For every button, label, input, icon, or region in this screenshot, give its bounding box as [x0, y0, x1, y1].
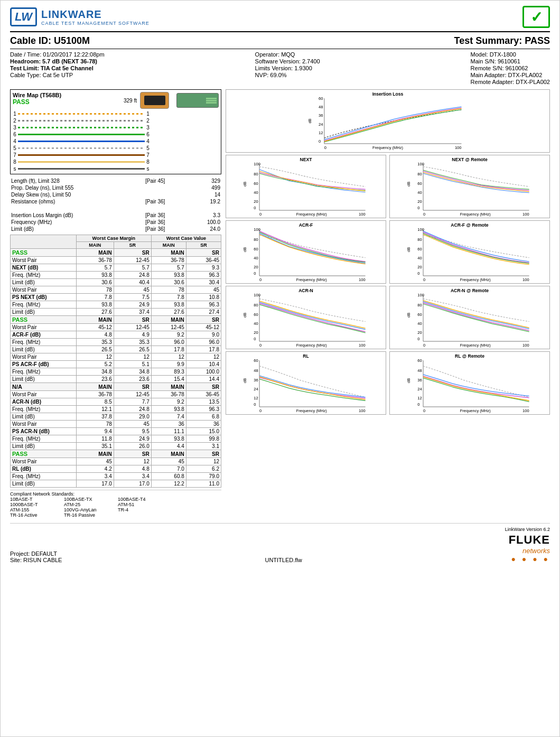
footer: Project: DEFAULT Site: RISUN CABLE UNTIT… — [10, 523, 550, 563]
header: LW LINKWARE CABLE TEST MANAGEMENT SOFTWA… — [10, 6, 550, 32]
header-main-1: MAIN — [76, 242, 114, 249]
rl-remote-chart: RL @ Remote dB 60 48 36 24 12 0 — [389, 351, 550, 415]
svg-text:60: 60 — [417, 358, 422, 363]
svg-text:100: 100 — [359, 343, 366, 348]
next-chart-row: NEXT dB 100 80 60 40 20 0 — [226, 155, 550, 218]
table-row: Freq. (MHz)3.43.460.879.0 — [11, 473, 221, 480]
svg-text:0: 0 — [417, 402, 419, 407]
info-datetime: Date / Time: 01/20/2017 12:22:08pm — [10, 51, 105, 58]
rl-chart-row: RL dB 60 48 36 24 12 0 — [226, 351, 550, 415]
std-10: 100VG-AnyLan — [64, 507, 114, 512]
svg-text:20: 20 — [254, 265, 258, 269]
std-6: ATM-25 — [64, 502, 114, 507]
acrf-chart-row: ACR-F dB 100 80 60 40 20 0 — [226, 220, 550, 284]
insertion-loss-svg: Insertion Loss dB 60 48 36 24 12 0 — [226, 90, 549, 152]
std-1: 10BASE-T — [10, 497, 60, 502]
wire-map-title: Wire Map (T568B) — [13, 92, 61, 98]
svg-text:36: 36 — [254, 378, 258, 383]
standards-section: Compliant Network Standards: 10BASE-T 10… — [10, 490, 221, 518]
info-col-right: Model: DTX-1800 Main S/N: 9610061 Remote… — [471, 51, 550, 85]
svg-text:0: 0 — [423, 343, 425, 348]
table-row: Freq. (MHz)93.824.893.896.3 — [11, 272, 221, 279]
status-cell-0: PASS — [11, 249, 77, 257]
svg-text:24: 24 — [319, 122, 323, 127]
next-remote-chart: NEXT @ Remote dB 100 80 60 40 20 0 — [389, 155, 550, 218]
logo-text: LINKWARE CABLE TEST MANAGEMENT SOFTWARE — [41, 8, 150, 26]
info-section: Date / Time: 01/20/2017 12:22:08pm Headr… — [10, 51, 550, 85]
fluke-networks-label: networks — [505, 547, 550, 555]
pass-checkmark: ✓ — [522, 6, 550, 28]
svg-text:0: 0 — [324, 145, 326, 150]
svg-text:12: 12 — [417, 396, 422, 400]
svg-text:60: 60 — [254, 247, 258, 251]
table-row: Worst Pair45124512 — [11, 458, 221, 465]
table-row: PS NEXT (dB)7.87.57.810.8 — [11, 294, 221, 301]
std-11: TR-4 — [118, 507, 167, 512]
standards-title: Compliant Network Standards: — [10, 491, 221, 497]
measurements-table: Length (ft), Limit 328[Pair 45]329 Prop.… — [10, 178, 221, 232]
std-2: 100BASE-TX — [64, 497, 114, 502]
svg-text:0: 0 — [417, 271, 419, 276]
table-row: Worst Pair36-7812-4536-7836-45 — [11, 257, 221, 264]
svg-text:0: 0 — [254, 271, 256, 276]
wire-diagram: 11 22 33 66 44 55 77 88 ss — [13, 111, 150, 172]
filename-label: UNTITLED.flw — [265, 557, 302, 563]
table-row: Freq. (MHz)35.335.396.096.0 — [11, 339, 221, 346]
wire-map-pass: PASS — [13, 98, 61, 106]
table-row: Limit (dB)30.640.430.630.4 — [11, 279, 221, 286]
info-limits: Limits Version: 1.9300 — [255, 65, 320, 71]
header-sr-2: SR — [186, 242, 221, 249]
logo-lw: LW — [10, 7, 37, 26]
std-7: ATM-51 — [118, 502, 167, 507]
svg-text:80: 80 — [254, 237, 258, 242]
table-row: Worst Pair78453636 — [11, 421, 221, 428]
svg-text:0: 0 — [259, 277, 262, 282]
svg-text:100: 100 — [359, 212, 366, 217]
table-row: PS ACR-F (dB)5.25.19.910.4 — [11, 361, 221, 368]
info-main-adapter: Main Adapter: DTX-PLA002 — [471, 72, 550, 78]
svg-text:0: 0 — [319, 139, 321, 144]
table-row: PS ACR-N (dB)9.49.511.115.0 — [11, 428, 221, 435]
right-panel: Insertion Loss dB 60 48 36 24 12 0 — [226, 89, 550, 518]
acrn-chart-row: ACR-N dB 100 80 60 40 20 0 — [226, 286, 550, 349]
svg-text:100: 100 — [359, 408, 366, 413]
svg-text:0: 0 — [423, 277, 425, 282]
table-row: NEXT (dB)5.75.75.79.3 — [11, 264, 221, 272]
svg-text:0: 0 — [254, 402, 256, 407]
svg-text:100: 100 — [522, 212, 529, 217]
svg-text:40: 40 — [254, 321, 258, 326]
svg-text:Frequency (MHz): Frequency (MHz) — [460, 343, 491, 348]
svg-text:0: 0 — [417, 206, 419, 210]
svg-text:NEXT @ Remote: NEXT @ Remote — [452, 157, 488, 162]
header-main-2: MAIN — [151, 242, 186, 249]
svg-text:0: 0 — [423, 408, 425, 413]
wire-map-section: Wire Map (T568B) PASS 329 ft — [10, 89, 221, 174]
svg-text:60: 60 — [319, 96, 323, 101]
cable-id: Cable ID: U5100M — [10, 35, 90, 46]
svg-text:ACR-F @ Remote: ACR-F @ Remote — [451, 222, 489, 228]
table-row: Freq. (MHz)93.824.993.896.3 — [11, 301, 221, 309]
svg-text:Frequency (MHz): Frequency (MHz) — [460, 212, 491, 217]
svg-text:ACR-N: ACR-N — [298, 288, 313, 293]
svg-text:0: 0 — [254, 337, 256, 341]
table-row: ACR-F (dB)4.84.99.29.0 — [11, 331, 221, 339]
svg-text:Frequency (MHz): Frequency (MHz) — [460, 408, 491, 413]
acrn-main-chart: ACR-N dB 100 80 60 40 20 0 — [226, 286, 386, 349]
table-row: Worst Pair12121212 — [11, 353, 221, 361]
std-13: TR-16 Active — [10, 512, 60, 518]
info-test-limit: Test Limit: TIA Cat 5e Channel — [10, 65, 105, 71]
status-cell-2: N/A — [11, 383, 77, 391]
header-worst-case-margin: Worst Case Margin — [76, 235, 151, 242]
svg-text:dB: dB — [242, 378, 247, 383]
main-content: Wire Map (T568B) PASS 329 ft — [10, 89, 550, 518]
main-device-icon — [140, 92, 169, 109]
svg-text:0: 0 — [259, 408, 262, 413]
table-row: Worst Pair78457845 — [11, 286, 221, 294]
svg-text:48: 48 — [319, 105, 323, 109]
svg-text:80: 80 — [417, 237, 422, 242]
svg-text:48: 48 — [417, 368, 422, 373]
insertion-loss-chart: Insertion Loss dB 60 48 36 24 12 0 — [226, 89, 550, 153]
svg-text:20: 20 — [254, 199, 258, 204]
measurements-section: Length (ft), Limit 328[Pair 45]329 Prop.… — [10, 178, 221, 232]
rl-main-chart: RL dB 60 48 36 24 12 0 — [226, 351, 386, 415]
